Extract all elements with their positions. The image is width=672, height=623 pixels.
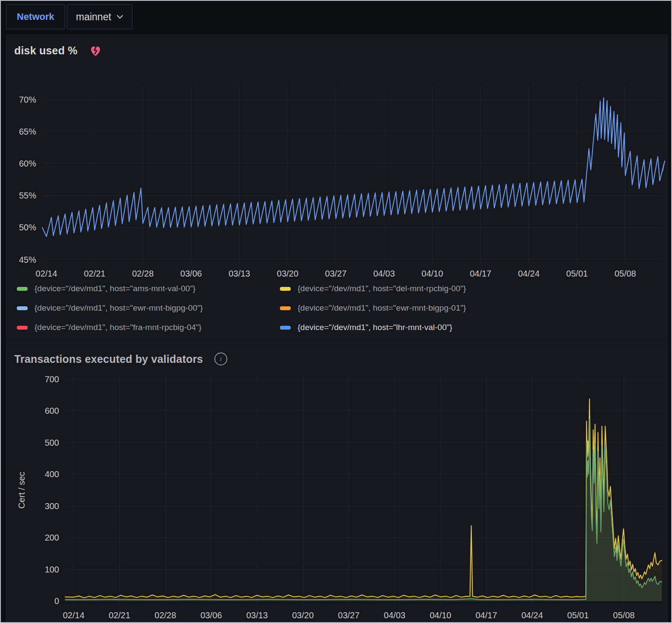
- x-tick-label: 04/17: [475, 610, 497, 620]
- series-line: [65, 399, 662, 598]
- legend-swatch: [17, 326, 28, 330]
- x-tick-label: 03/27: [338, 610, 360, 620]
- legend-label: {device="/dev/md1", host="lhr-mnt-val-00…: [298, 323, 452, 332]
- y-tick-label: 70%: [19, 95, 36, 104]
- y-tick-label: 100: [45, 565, 59, 574]
- legend-swatch: [280, 287, 291, 291]
- legend-label: {device="/dev/md1", host="ewr-mnt-bigpg-…: [298, 303, 466, 313]
- x-tick-label: 04/10: [430, 610, 451, 620]
- network-select-value: mainnet: [76, 11, 111, 23]
- x-tick-label: 03/13: [246, 610, 268, 620]
- x-tick-label: 02/28: [132, 269, 154, 278]
- grafana-dashboard: Network mainnet disk used % 45%50%55%60%…: [0, 0, 672, 623]
- panel1-legend: {device="/dev/md1", host="ams-mnt-val-00…: [17, 282, 655, 334]
- x-tick-label: 05/01: [567, 610, 589, 620]
- legend-label: {device="/dev/md1", host="del-mnt-rpcbig…: [298, 284, 466, 293]
- x-tick-label: 02/14: [63, 610, 85, 620]
- x-tick-label: 03/06: [180, 269, 202, 278]
- series-fill: [65, 419, 662, 601]
- info-icon: i: [214, 352, 227, 365]
- x-tick-label: 04/24: [518, 269, 540, 278]
- x-tick-label: 04/03: [384, 610, 405, 620]
- x-tick-label: 03/06: [201, 610, 222, 620]
- dashboard-toolbar: Network mainnet: [1, 1, 671, 33]
- x-tick-label: 03/20: [292, 610, 314, 620]
- legend-item[interactable]: {device="/dev/md1", host="fra-mnt-rpcbig…: [17, 321, 280, 334]
- network-select[interactable]: mainnet: [67, 4, 132, 29]
- y-tick-label: 300: [45, 501, 59, 511]
- x-tick-label: 02/14: [36, 269, 57, 278]
- x-tick-label: 02/21: [84, 269, 105, 278]
- panel-title-disk-used[interactable]: disk used %: [14, 44, 78, 57]
- chevron-down-icon: [116, 15, 123, 19]
- panel-title-transactions[interactable]: Transactions executed by validators: [14, 353, 203, 365]
- chart-svg: 010020030040050060070002/1402/2102/2803/…: [6, 369, 667, 623]
- disk-used-chart[interactable]: 45%50%55%60%65%70%02/1402/2102/2803/0603…: [6, 78, 667, 282]
- series-line: [65, 419, 662, 600]
- y-tick-label: 45%: [19, 255, 36, 264]
- network-variable-label-text: Network: [17, 11, 54, 22]
- legend-swatch: [280, 326, 291, 330]
- chart-svg: 45%50%55%60%65%70%02/1402/2102/2803/0603…: [6, 78, 667, 282]
- legend-item[interactable]: {device="/dev/md1", host="lhr-mnt-val-00…: [280, 321, 655, 334]
- legend-item[interactable]: {device="/dev/md1", host="ams-mnt-val-00…: [17, 282, 280, 296]
- y-tick-label: 400: [45, 469, 59, 479]
- x-tick-label: 04/17: [470, 269, 491, 278]
- x-tick-label: 03/20: [277, 269, 298, 278]
- y-tick-label: 0: [54, 596, 59, 606]
- y-tick-label: 600: [45, 406, 59, 415]
- panel-transactions: Transactions executed by validators i Ce…: [6, 343, 668, 623]
- legend-swatch: [17, 287, 28, 291]
- y-tick-label: 50%: [19, 223, 36, 232]
- y-tick-label: 65%: [19, 127, 36, 136]
- x-tick-label: 04/03: [373, 269, 395, 278]
- x-tick-label: 04/24: [521, 610, 543, 620]
- x-tick-label: 05/08: [615, 269, 636, 278]
- series-line: [42, 98, 665, 237]
- transactions-chart[interactable]: 010020030040050060070002/1402/2102/2803/…: [6, 369, 667, 623]
- legend-swatch: [17, 306, 28, 310]
- legend-label: {device="/dev/md1", host="ewr-mnt-bigpg-…: [35, 303, 203, 313]
- y-tick-label: 200: [45, 533, 59, 542]
- legend-swatch: [280, 306, 291, 310]
- x-tick-label: 02/21: [109, 610, 130, 620]
- panel-disk-used: disk used % 45%50%55%60%65%70%02/1402/21…: [6, 35, 668, 342]
- y-tick-label: 60%: [19, 159, 36, 168]
- legend-item[interactable]: {device="/dev/md1", host="ewr-mnt-bigpg-…: [17, 301, 280, 315]
- legend-label: {device="/dev/md1", host="fra-mnt-rpcbig…: [35, 323, 201, 332]
- y-tick-label: 500: [45, 438, 59, 447]
- y-tick-label: 700: [45, 374, 59, 384]
- alert-broken-heart-icon: [89, 44, 102, 57]
- x-tick-label: 03/13: [229, 269, 250, 278]
- x-tick-label: 02/28: [154, 610, 176, 620]
- x-tick-label: 04/10: [421, 269, 443, 278]
- legend-label: {device="/dev/md1", host="ams-mnt-val-00…: [35, 284, 195, 293]
- series-fill: [65, 399, 662, 601]
- legend-item[interactable]: {device="/dev/md1", host="del-mnt-rpcbig…: [280, 282, 655, 296]
- x-tick-label: 03/27: [325, 269, 347, 278]
- x-tick-label: 05/01: [566, 269, 588, 278]
- y-tick-label: 55%: [19, 191, 36, 200]
- x-tick-label: 05/08: [613, 610, 634, 620]
- legend-item[interactable]: {device="/dev/md1", host="ewr-mnt-bigpg-…: [280, 301, 655, 315]
- network-variable-label: Network: [6, 4, 65, 29]
